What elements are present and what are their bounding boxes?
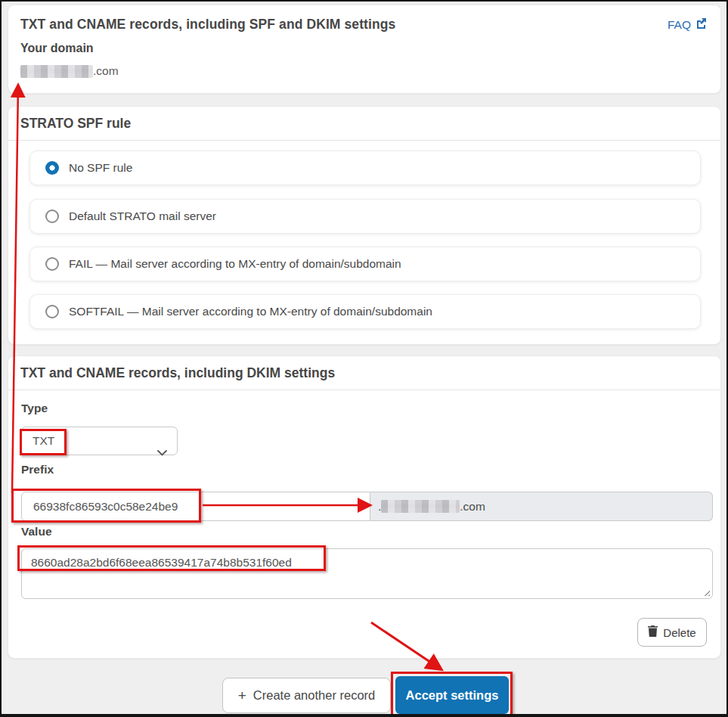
domain-tld: .com xyxy=(93,64,119,78)
delete-button[interactable]: Delete xyxy=(637,618,707,647)
dkim-section-heading: TXT and CNAME records, including DKIM se… xyxy=(8,356,720,390)
record-type-value: TXT xyxy=(33,434,54,447)
redacted-domain-blur xyxy=(20,65,93,78)
prefix-suffix-tld: .com xyxy=(460,500,485,514)
trash-icon xyxy=(648,625,658,639)
prefix-label: Prefix xyxy=(21,463,54,476)
chevron-down-icon xyxy=(157,439,167,466)
external-link-icon xyxy=(695,17,707,32)
accept-settings-label: Accept settings xyxy=(406,688,499,703)
delete-button-label: Delete xyxy=(663,626,695,639)
resize-handle[interactable] xyxy=(702,588,710,596)
spf-option-label: SOFTFAIL — Mail server according to MX-e… xyxy=(69,305,432,318)
value-label: Value xyxy=(21,525,52,539)
your-domain-label: Your domain xyxy=(20,42,94,55)
value-textarea[interactable]: 8660ad28a2bd6f68eea86539417a74b8b531f60e… xyxy=(21,548,713,599)
page-title: TXT and CNAME records, including SPF and… xyxy=(20,17,395,33)
settings-panel: TXT and CNAME records, including SPF and… xyxy=(0,0,728,717)
redacted-domain-blur xyxy=(381,500,460,513)
accept-settings-button[interactable]: Accept settings xyxy=(395,676,509,714)
faq-link-label: FAQ xyxy=(668,18,691,32)
spf-section-heading: STRATO SPF rule xyxy=(8,107,720,141)
type-label: Type xyxy=(21,402,48,415)
spf-option-softfail[interactable]: SOFTFAIL — Mail server according to MX-e… xyxy=(29,294,701,329)
spf-rule-card: STRATO SPF rule No SPF rule Default STRA… xyxy=(8,106,721,345)
domain-header-card: TXT and CNAME records, including SPF and… xyxy=(8,5,721,94)
domain-value: .com xyxy=(20,64,119,78)
prefix-domain-suffix: . .com xyxy=(370,492,713,521)
record-type-select[interactable]: TXT xyxy=(21,427,178,455)
create-another-record-label: Create another record xyxy=(253,688,375,703)
spf-option-label: FAIL — Mail server according to MX-entry… xyxy=(69,257,401,271)
prefix-input[interactable]: 66938fc86593c0c58e24be9 xyxy=(21,492,370,521)
spf-option-default-mail-server[interactable]: Default STRATO mail server xyxy=(29,199,701,234)
spf-option-fail[interactable]: FAIL — Mail server according to MX-entry… xyxy=(29,247,701,281)
radio-unselected-icon[interactable] xyxy=(45,210,59,223)
spf-option-label: No SPF rule xyxy=(69,161,132,175)
radio-unselected-icon[interactable] xyxy=(45,305,59,318)
create-another-record-button[interactable]: + Create another record xyxy=(222,678,391,713)
spf-option-no-rule[interactable]: No SPF rule xyxy=(29,151,701,185)
plus-icon: + xyxy=(238,688,246,703)
prefix-field-group: 66938fc86593c0c58e24be9 . .com xyxy=(21,492,713,521)
radio-selected-icon[interactable] xyxy=(45,161,59,175)
dkim-records-card: TXT and CNAME records, including DKIM se… xyxy=(8,355,721,659)
spf-option-label: Default STRATO mail server xyxy=(69,210,216,223)
value-text: 8660ad28a2bd6f68eea86539417a74b8b531f60e… xyxy=(31,556,292,569)
radio-unselected-icon[interactable] xyxy=(45,257,59,271)
faq-link[interactable]: FAQ xyxy=(668,17,707,32)
